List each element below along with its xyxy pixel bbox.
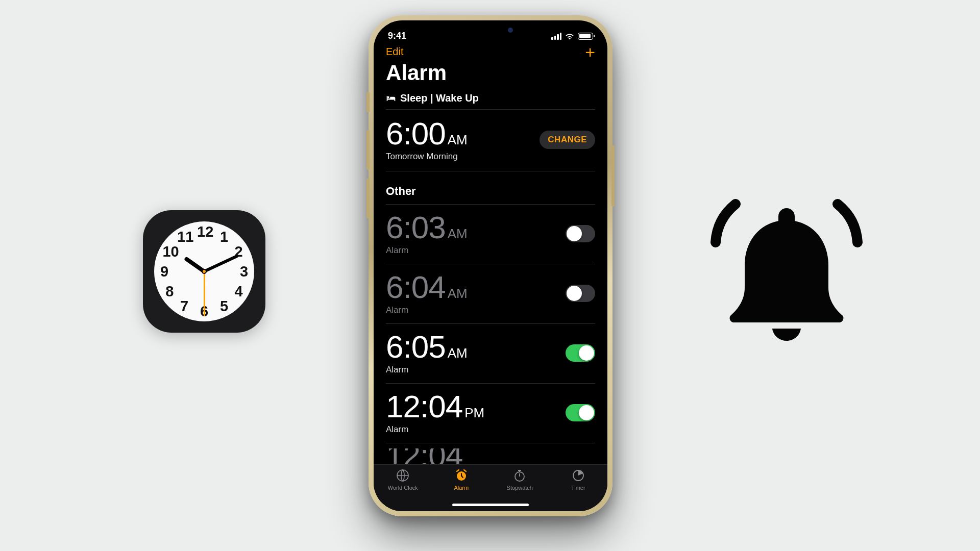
sleep-alarm-subtext: Tomorrow Morning [386,152,468,162]
phone-screen: 9:41 Edit + Alarm Sleep | Wake Up [374,20,607,511]
clock-face: 121234567891011 [154,221,254,321]
alarm-time: 6:03AM [386,212,468,243]
change-sleep-button[interactable]: CHANGE [540,131,595,149]
tab-label: Alarm [454,485,469,491]
alarm-toggle[interactable] [566,404,595,421]
bed-icon [386,95,396,102]
alarm-row[interactable]: 6:03AMAlarm [374,205,607,264]
page-title: Alarm [386,61,595,85]
alarm-toggle[interactable] [566,285,595,302]
tab-world[interactable]: World Clock [374,469,432,491]
alarm-row-partial: 12:04 [374,443,607,464]
wifi-icon [565,33,575,40]
cellular-signal-icon [551,33,561,40]
tab-timer[interactable]: Timer [549,469,608,491]
status-time: 9:41 [388,31,406,41]
iphone-frame: 9:41 Edit + Alarm Sleep | Wake Up [369,15,612,516]
tab-bar: World ClockAlarmStopwatchTimer [374,464,607,511]
alarm-label: Alarm [386,424,484,435]
notch [448,20,533,38]
alarm-label: Alarm [386,245,468,256]
home-indicator[interactable] [452,504,529,506]
alarm-row[interactable]: 6:04AMAlarm [374,264,607,323]
alarm-row[interactable]: 6:05AMAlarm [374,324,607,383]
alarm-label: Alarm [386,305,468,315]
battery-icon [578,33,593,40]
timer-icon [572,469,585,483]
edit-button[interactable]: Edit [386,46,403,58]
minute-hand-icon [204,254,239,273]
alarm-label: Alarm [386,365,468,375]
tab-label: World Clock [388,485,418,491]
second-hand-icon [204,271,205,316]
alarm-time: 6:04AM [386,271,468,303]
alarm-time: 12:04PM [386,391,484,422]
sleep-section-header: Sleep | Wake Up [374,92,607,109]
alarm-row[interactable]: 12:04PMAlarm [374,384,607,443]
other-section-header: Other [374,171,607,204]
clock-app-icon: 121234567891011 [143,210,265,333]
tab-alarm[interactable]: Alarm [432,469,491,491]
tab-stopwatch[interactable]: Stopwatch [491,469,549,491]
alarm-time: 6:05AM [386,331,468,363]
tab-label: Stopwatch [507,485,533,491]
alarm-toggle[interactable] [566,225,595,242]
sleep-alarm-time: 6:00AM [386,118,468,149]
world-icon [396,469,409,483]
add-alarm-button[interactable]: + [585,47,595,57]
alarm-icon [455,469,468,483]
alarm-toggle[interactable] [566,344,595,362]
sleep-alarm-row[interactable]: 6:00AM Tomorrow Morning CHANGE [374,110,607,171]
stopwatch-icon [513,469,526,483]
bell-ringing-icon [707,199,866,342]
sleep-header-text: Sleep | Wake Up [400,92,479,104]
tab-label: Timer [571,485,585,491]
